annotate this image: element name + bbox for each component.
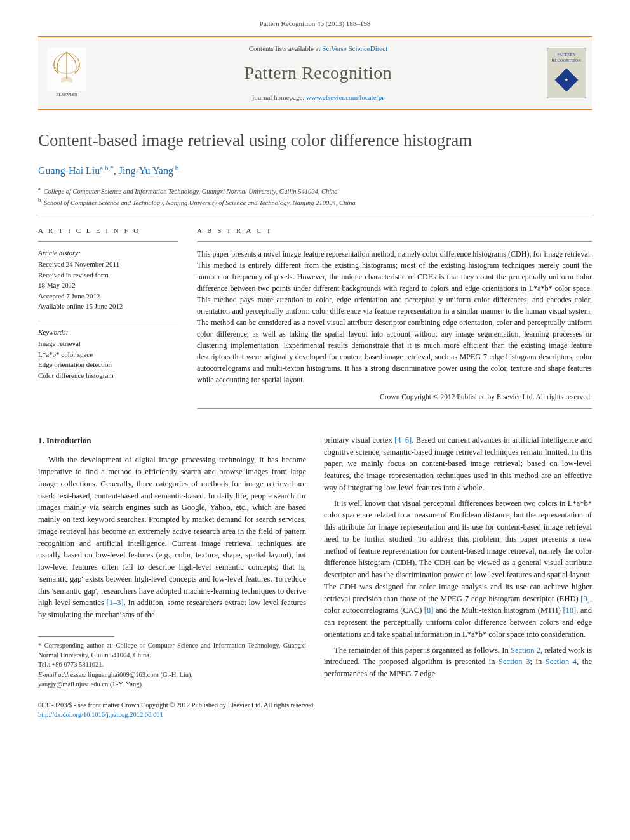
paper-title: Content-based image retrieval using colo… [38,129,592,153]
svg-text:ELSEVIER: ELSEVIER [56,93,77,98]
history-received: Received 24 November 2011 [38,259,178,270]
article-info-block: A R T I C L E I N F O Article history: R… [38,226,178,415]
ref-link[interactable]: [8] [424,606,434,615]
abstract-copyright: Crown Copyright © 2012 Published by Else… [197,392,592,402]
history-revised-2: 18 May 2012 [38,280,178,291]
ref-link[interactable]: [4–6] [394,436,412,444]
history-label: Article history: [38,248,178,258]
section-1-title: 1. Introduction [38,434,306,447]
body-column-right: primary visual cortex [4–6]. Based on cu… [324,434,592,689]
ref-link[interactable]: [18] [563,606,576,615]
page-footer: 0031-3203/$ - see front matter Crown Cop… [38,700,592,719]
keyword-item: Color difference histogram [38,370,178,381]
author-link-1[interactable]: Guang-Hai Liu [38,165,100,176]
history-revised-1: Received in revised form [38,270,178,281]
ref-link[interactable]: [9] [580,594,590,603]
author-link-2[interactable]: Jing-Yu Yang [119,165,173,176]
footnote-rule [38,636,114,637]
section-link[interactable]: Section 4 [546,657,577,666]
contents-available: Contents lists available at SciVerse Sci… [95,44,541,53]
body-column-left: 1. Introduction With the development of … [38,434,306,689]
section-link[interactable]: Section 3 [499,657,530,666]
section-link[interactable]: Section 2 [511,646,540,655]
keyword-item: Edge orientation detection [38,359,178,370]
intro-paragraph-3: The remainder of this paper is organized… [324,644,592,680]
tel-footnote: Tel.: +86 0773 5811621. [38,660,306,669]
history-accepted: Accepted 7 June 2012 [38,291,178,302]
affiliations: a College of Computer Science and Inform… [38,185,592,208]
keywords-label: Keywords: [38,328,178,337]
citation-line: Pattern Recognition 46 (2013) 188–198 [38,19,592,29]
intro-paragraph-1-cont: primary visual cortex [4–6]. Based on cu… [324,434,592,494]
intro-paragraph-1: With the development of digital image pr… [38,454,306,621]
email-1: liuguanghai009@163.com (G.-H. Liu), [86,671,192,678]
keyword-item: Image retrieval [38,338,178,349]
sciencedirect-link[interactable]: SciVerse ScienceDirect [322,44,387,52]
divider [38,217,592,217]
keyword-item: L*a*b* color space [38,349,178,360]
footnotes: * Corresponding author at: College of Co… [38,641,306,689]
abstract-heading: A B S T R A C T [197,226,592,236]
homepage-link[interactable]: www.elsevier.com/locate/pr [306,93,384,101]
journal-header: ELSEVIER Contents lists available at Sci… [38,36,592,110]
abstract-text: This paper presents a novel image featur… [197,248,592,385]
corresponding-footnote: * Corresponding author at: College of Co… [38,641,306,660]
abstract-block: A B S T R A C T This paper presents a no… [197,226,592,415]
elsevier-tree-icon: ELSEVIER [44,48,89,98]
journal-homepage: journal homepage: www.elsevier.com/locat… [95,93,541,102]
article-info-heading: A R T I C L E I N F O [38,226,178,236]
history-online: Available online 15 June 2012 [38,301,178,312]
doi-link[interactable]: http://dx.doi.org/10.1016/j.patcog.2012.… [38,711,163,718]
elsevier-logo: ELSEVIER [38,37,95,109]
email-label: E-mail addresses: [38,671,86,678]
email-2: yangjy@mail.njust.edu.cn (J.-Y. Yang). [38,679,306,689]
issn-line: 0031-3203/$ - see front matter Crown Cop… [38,700,592,710]
ref-link[interactable]: [1–3] [107,598,124,607]
intro-paragraph-2: It is well known that visual perceptual … [324,498,592,641]
journal-cover-thumb: PATTERN RECOGNITION ✦ [541,37,592,109]
journal-title: Pattern Recognition [95,60,541,85]
author-list: Guang-Hai Liua,b,*, Jing-Yu Yang b [38,163,592,178]
